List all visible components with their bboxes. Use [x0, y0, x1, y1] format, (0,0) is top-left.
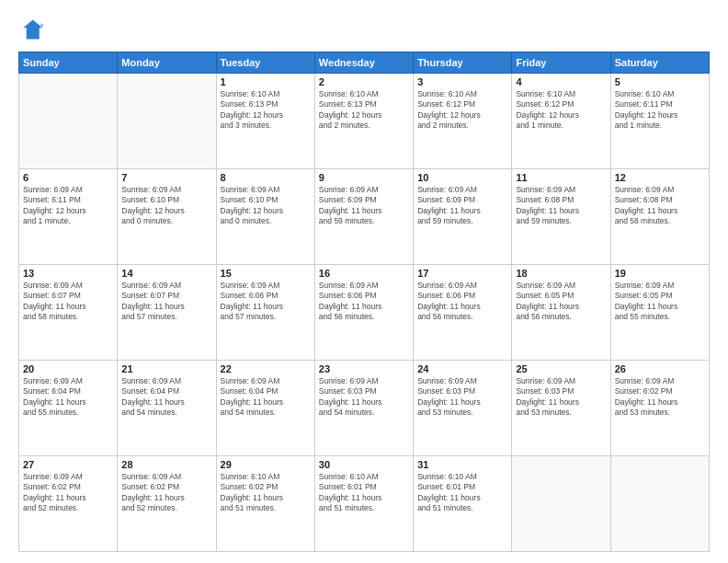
day-number: 29 [221, 459, 311, 470]
logo [18, 17, 48, 42]
day-number: 22 [221, 363, 311, 374]
calendar-cell: 19Sunrise: 6:09 AM Sunset: 6:05 PM Dayli… [610, 265, 709, 361]
day-number: 24 [417, 363, 507, 374]
calendar-cell: 31Sunrise: 6:10 AM Sunset: 6:01 PM Dayli… [414, 456, 512, 552]
day-number: 21 [121, 363, 211, 374]
day-number: 3 [417, 76, 507, 87]
calendar-cell: 18Sunrise: 6:09 AM Sunset: 6:05 PM Dayli… [512, 265, 610, 361]
day-number: 9 [319, 172, 409, 183]
day-info: Sunrise: 6:09 AM Sunset: 6:03 PM Dayligh… [319, 376, 409, 419]
calendar-cell: 20Sunrise: 6:09 AM Sunset: 6:04 PM Dayli… [19, 361, 118, 456]
calendar-cell: 12Sunrise: 6:09 AM Sunset: 6:08 PM Dayli… [610, 169, 709, 265]
day-number: 2 [319, 76, 409, 87]
day-info: Sunrise: 6:10 AM Sunset: 6:12 PM Dayligh… [516, 89, 606, 132]
day-info: Sunrise: 6:09 AM Sunset: 6:10 PM Dayligh… [221, 185, 311, 227]
calendar-cell: 26Sunrise: 6:09 AM Sunset: 6:02 PM Dayli… [610, 361, 709, 456]
day-number: 18 [516, 268, 606, 279]
day-number: 8 [221, 172, 311, 183]
calendar-week-4: 20Sunrise: 6:09 AM Sunset: 6:04 PM Dayli… [19, 361, 710, 456]
logo-icon [18, 17, 44, 42]
day-info: Sunrise: 6:09 AM Sunset: 6:08 PM Dayligh… [615, 185, 705, 227]
day-number: 11 [516, 172, 606, 183]
calendar-cell: 28Sunrise: 6:09 AM Sunset: 6:02 PM Dayli… [118, 456, 216, 552]
day-number: 1 [221, 76, 311, 87]
calendar-cell: 7Sunrise: 6:09 AM Sunset: 6:10 PM Daylig… [118, 169, 216, 265]
day-info: Sunrise: 6:09 AM Sunset: 6:07 PM Dayligh… [121, 281, 211, 323]
calendar-cell: 2Sunrise: 6:10 AM Sunset: 6:13 PM Daylig… [314, 74, 413, 169]
day-number: 26 [615, 363, 705, 374]
day-info: Sunrise: 6:10 AM Sunset: 6:01 PM Dayligh… [417, 472, 507, 514]
day-info: Sunrise: 6:09 AM Sunset: 6:02 PM Dayligh… [615, 376, 705, 419]
day-number: 15 [221, 268, 311, 279]
day-number: 23 [319, 363, 409, 374]
day-number: 19 [615, 268, 705, 279]
day-info: Sunrise: 6:09 AM Sunset: 6:09 PM Dayligh… [417, 185, 507, 227]
day-number: 6 [23, 172, 113, 183]
calendar-week-2: 6Sunrise: 6:09 AM Sunset: 6:11 PM Daylig… [19, 169, 710, 265]
calendar-cell [118, 74, 216, 169]
day-info: Sunrise: 6:09 AM Sunset: 6:06 PM Dayligh… [221, 281, 311, 323]
calendar-cell: 15Sunrise: 6:09 AM Sunset: 6:06 PM Dayli… [216, 265, 314, 361]
calendar-cell: 13Sunrise: 6:09 AM Sunset: 6:07 PM Dayli… [19, 265, 118, 361]
calendar-cell: 4Sunrise: 6:10 AM Sunset: 6:12 PM Daylig… [512, 74, 610, 169]
calendar-week-3: 13Sunrise: 6:09 AM Sunset: 6:07 PM Dayli… [19, 265, 710, 361]
calendar-cell: 24Sunrise: 6:09 AM Sunset: 6:03 PM Dayli… [414, 361, 512, 456]
day-info: Sunrise: 6:09 AM Sunset: 6:09 PM Dayligh… [319, 185, 409, 227]
day-info: Sunrise: 6:09 AM Sunset: 6:04 PM Dayligh… [221, 376, 311, 419]
day-info: Sunrise: 6:09 AM Sunset: 6:04 PM Dayligh… [121, 376, 211, 419]
day-info: Sunrise: 6:09 AM Sunset: 6:05 PM Dayligh… [516, 281, 606, 323]
day-number: 14 [121, 268, 211, 279]
calendar-cell [512, 456, 610, 552]
calendar-cell: 3Sunrise: 6:10 AM Sunset: 6:12 PM Daylig… [414, 74, 512, 169]
day-info: Sunrise: 6:10 AM Sunset: 6:13 PM Dayligh… [221, 89, 311, 132]
calendar-table: SundayMondayTuesdayWednesdayThursdayFrid… [18, 52, 710, 552]
calendar-week-5: 27Sunrise: 6:09 AM Sunset: 6:02 PM Dayli… [19, 456, 710, 552]
calendar-cell: 5Sunrise: 6:10 AM Sunset: 6:11 PM Daylig… [610, 74, 709, 169]
day-info: Sunrise: 6:09 AM Sunset: 6:11 PM Dayligh… [23, 185, 113, 227]
day-info: Sunrise: 6:09 AM Sunset: 6:10 PM Dayligh… [121, 185, 211, 227]
day-info: Sunrise: 6:09 AM Sunset: 6:02 PM Dayligh… [23, 472, 113, 514]
day-number: 7 [121, 172, 211, 183]
day-info: Sunrise: 6:10 AM Sunset: 6:12 PM Dayligh… [417, 89, 507, 132]
calendar-cell: 10Sunrise: 6:09 AM Sunset: 6:09 PM Dayli… [414, 169, 512, 265]
day-number: 17 [417, 268, 507, 279]
day-number: 16 [319, 268, 409, 279]
day-info: Sunrise: 6:09 AM Sunset: 6:03 PM Dayligh… [417, 376, 507, 419]
calendar-cell: 9Sunrise: 6:09 AM Sunset: 6:09 PM Daylig… [314, 169, 413, 265]
day-number: 13 [23, 268, 113, 279]
day-info: Sunrise: 6:10 AM Sunset: 6:13 PM Dayligh… [319, 89, 409, 132]
calendar-cell: 29Sunrise: 6:10 AM Sunset: 6:02 PM Dayli… [216, 456, 314, 552]
day-info: Sunrise: 6:09 AM Sunset: 6:04 PM Dayligh… [23, 376, 113, 419]
day-number: 4 [516, 76, 606, 87]
day-number: 5 [615, 76, 705, 87]
day-number: 12 [615, 172, 705, 183]
calendar-cell: 22Sunrise: 6:09 AM Sunset: 6:04 PM Dayli… [216, 361, 314, 456]
day-info: Sunrise: 6:09 AM Sunset: 6:06 PM Dayligh… [319, 281, 409, 323]
calendar-cell: 11Sunrise: 6:09 AM Sunset: 6:08 PM Dayli… [512, 169, 610, 265]
calendar-cell: 17Sunrise: 6:09 AM Sunset: 6:06 PM Dayli… [414, 265, 512, 361]
day-info: Sunrise: 6:09 AM Sunset: 6:03 PM Dayligh… [516, 376, 606, 419]
calendar-cell: 23Sunrise: 6:09 AM Sunset: 6:03 PM Dayli… [314, 361, 413, 456]
calendar-cell: 1Sunrise: 6:10 AM Sunset: 6:13 PM Daylig… [216, 74, 314, 169]
day-number: 31 [417, 459, 507, 470]
header [18, 17, 710, 42]
day-number: 27 [23, 459, 113, 470]
calendar-cell [19, 74, 118, 169]
calendar-cell: 16Sunrise: 6:09 AM Sunset: 6:06 PM Dayli… [314, 265, 413, 361]
weekday-header-wednesday: Wednesday [314, 52, 413, 74]
calendar-cell: 21Sunrise: 6:09 AM Sunset: 6:04 PM Dayli… [118, 361, 216, 456]
day-info: Sunrise: 6:10 AM Sunset: 6:11 PM Dayligh… [615, 89, 705, 132]
day-info: Sunrise: 6:09 AM Sunset: 6:08 PM Dayligh… [516, 185, 606, 227]
day-info: Sunrise: 6:09 AM Sunset: 6:06 PM Dayligh… [417, 281, 507, 323]
weekday-header-tuesday: Tuesday [216, 52, 314, 74]
weekday-header-thursday: Thursday [414, 52, 512, 74]
calendar-cell: 8Sunrise: 6:09 AM Sunset: 6:10 PM Daylig… [216, 169, 314, 265]
weekday-header-sunday: Sunday [19, 52, 118, 74]
weekday-header-monday: Monday [118, 52, 216, 74]
calendar-cell: 30Sunrise: 6:10 AM Sunset: 6:01 PM Dayli… [314, 456, 413, 552]
weekday-header-friday: Friday [512, 52, 610, 74]
day-number: 20 [23, 363, 113, 374]
calendar-cell [610, 456, 709, 552]
calendar-cell: 27Sunrise: 6:09 AM Sunset: 6:02 PM Dayli… [19, 456, 118, 552]
svg-marker-0 [23, 20, 42, 40]
